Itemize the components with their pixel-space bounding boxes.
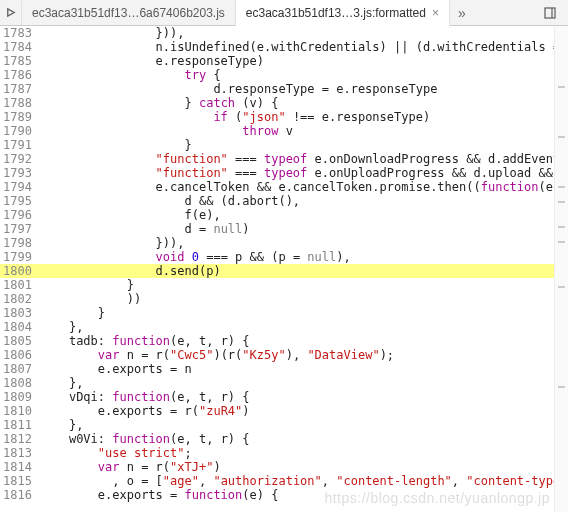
code-line[interactable]: 1793 "function" === typeof e.onUploadPro… — [0, 166, 554, 180]
code-line[interactable]: 1813 "use strict"; — [0, 446, 554, 460]
code-line[interactable]: 1806 var n = r("Cwc5")(r("Kz5y"), "DataV… — [0, 348, 554, 362]
line-number: 1810 — [0, 404, 40, 418]
line-number: 1803 — [0, 306, 40, 320]
code-content: vDqi: function(e, t, r) { — [40, 390, 554, 404]
line-number: 1796 — [0, 208, 40, 222]
line-number: 1800 — [0, 264, 40, 278]
code-line[interactable]: 1787 d.responseType = e.responseType — [0, 82, 554, 96]
code-line[interactable]: 1790 throw v — [0, 124, 554, 138]
code-line[interactable]: 1800 d.send(p) — [0, 264, 554, 278]
code-line[interactable]: 1815 , o = ["age", "authorization", "con… — [0, 474, 554, 488]
line-number: 1807 — [0, 362, 40, 376]
code-content: tadb: function(e, t, r) { — [40, 334, 554, 348]
overview-gutter[interactable] — [554, 26, 568, 512]
code-editor[interactable]: 1783 })),1784 n.isUndefined(e.withCreden… — [0, 26, 554, 512]
line-number: 1789 — [0, 110, 40, 124]
line-number: 1802 — [0, 292, 40, 306]
code-line[interactable]: 1812 w0Vi: function(e, t, r) { — [0, 432, 554, 446]
line-number: 1790 — [0, 124, 40, 138]
code-content: d = null) — [40, 222, 554, 236]
tab-label: ec3aca31b51df13…6a67406b203.js — [32, 6, 225, 20]
play-icon[interactable] — [0, 1, 22, 25]
line-number: 1815 — [0, 474, 40, 488]
line-number: 1798 — [0, 236, 40, 250]
line-number: 1793 — [0, 166, 40, 180]
code-content: d && (d.abort(), — [40, 194, 554, 208]
line-number: 1804 — [0, 320, 40, 334]
svg-rect-1 — [545, 8, 555, 18]
gutter-tick — [558, 241, 565, 243]
code-content: "function" === typeof e.onDownloadProgre… — [40, 152, 554, 166]
code-line[interactable]: 1799 void 0 === p && (p = null), — [0, 250, 554, 264]
code-line[interactable]: 1816 e.exports = function(e) { — [0, 488, 554, 502]
tab-label: ec3aca31b51df13…3.js:formatted — [246, 6, 426, 20]
gutter-tick — [558, 136, 565, 138]
code-content: e.responseType) — [40, 54, 554, 68]
code-content: try { — [40, 68, 554, 82]
code-line[interactable]: 1814 var n = r("xTJ+") — [0, 460, 554, 474]
line-number: 1784 — [0, 40, 40, 54]
code-content: )) — [40, 292, 554, 306]
code-line[interactable]: 1784 n.isUndefined(e.withCredentials) ||… — [0, 40, 554, 54]
code-content: var n = r("Cwc5")(r("Kz5y"), "DataView")… — [40, 348, 554, 362]
code-content: } — [40, 306, 554, 320]
code-line[interactable]: 1789 if ("json" !== e.responseType) — [0, 110, 554, 124]
code-content: , o = ["age", "authorization", "content-… — [40, 474, 554, 488]
code-line[interactable]: 1792 "function" === typeof e.onDownloadP… — [0, 152, 554, 166]
code-content: } — [40, 278, 554, 292]
line-number: 1799 — [0, 250, 40, 264]
dock-icon[interactable] — [540, 3, 560, 23]
code-line[interactable]: 1796 f(e), — [0, 208, 554, 222]
code-line[interactable]: 1798 })), — [0, 236, 554, 250]
code-line[interactable]: 1783 })), — [0, 26, 554, 40]
code-line[interactable]: 1786 try { — [0, 68, 554, 82]
code-content: var n = r("xTJ+") — [40, 460, 554, 474]
code-line[interactable]: 1809 vDqi: function(e, t, r) { — [0, 390, 554, 404]
gutter-tick — [558, 226, 565, 228]
more-tabs-icon[interactable]: » — [450, 5, 474, 21]
close-icon[interactable]: × — [432, 6, 439, 20]
line-number: 1805 — [0, 334, 40, 348]
code-content: "use strict"; — [40, 446, 554, 460]
code-line[interactable]: 1807 e.exports = n — [0, 362, 554, 376]
tab-inactive[interactable]: ec3aca31b51df13…6a67406b203.js — [22, 0, 236, 26]
line-number: 1813 — [0, 446, 40, 460]
code-content: f(e), — [40, 208, 554, 222]
line-number: 1809 — [0, 390, 40, 404]
line-number: 1816 — [0, 488, 40, 502]
line-number: 1795 — [0, 194, 40, 208]
code-line[interactable]: 1804 }, — [0, 320, 554, 334]
line-number: 1787 — [0, 82, 40, 96]
line-number: 1783 — [0, 26, 40, 40]
code-content: }, — [40, 320, 554, 334]
code-line[interactable]: 1803 } — [0, 306, 554, 320]
gutter-tick — [558, 186, 565, 188]
tab-active[interactable]: ec3aca31b51df13…3.js:formatted × — [236, 0, 450, 26]
code-line[interactable]: 1811 }, — [0, 418, 554, 432]
code-content: e.exports = function(e) { — [40, 488, 554, 502]
line-number: 1794 — [0, 180, 40, 194]
code-line[interactable]: 1801 } — [0, 278, 554, 292]
code-content: }, — [40, 418, 554, 432]
gutter-tick — [558, 386, 565, 388]
code-line[interactable]: 1797 d = null) — [0, 222, 554, 236]
line-number: 1791 — [0, 138, 40, 152]
code-line[interactable]: 1795 d && (d.abort(), — [0, 194, 554, 208]
code-line[interactable]: 1788 } catch (v) { — [0, 96, 554, 110]
code-line[interactable]: 1794 e.cancelToken && e.cancelToken.prom… — [0, 180, 554, 194]
code-line[interactable]: 1785 e.responseType) — [0, 54, 554, 68]
code-line[interactable]: 1810 e.exports = r("zuR4") — [0, 404, 554, 418]
line-number: 1792 — [0, 152, 40, 166]
line-number: 1801 — [0, 278, 40, 292]
code-content: } catch (v) { — [40, 96, 554, 110]
code-line[interactable]: 1805 tadb: function(e, t, r) { — [0, 334, 554, 348]
code-line[interactable]: 1791 } — [0, 138, 554, 152]
code-content: void 0 === p && (p = null), — [40, 250, 554, 264]
code-line[interactable]: 1802 )) — [0, 292, 554, 306]
code-content: e.exports = r("zuR4") — [40, 404, 554, 418]
code-line[interactable]: 1808 }, — [0, 376, 554, 390]
code-content: d.responseType = e.responseType — [40, 82, 554, 96]
code-content: })), — [40, 26, 554, 40]
line-number: 1806 — [0, 348, 40, 362]
line-number: 1797 — [0, 222, 40, 236]
